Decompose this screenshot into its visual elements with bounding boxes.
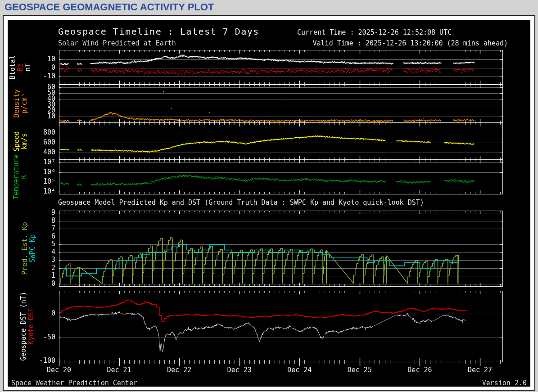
- x-tick-label: Dec 23: [227, 366, 252, 374]
- plot-window: Geospace Timeline : Latest 7 Days Curren…: [3, 15, 535, 391]
- plot-title: Geospace Timeline : Latest 7 Days: [58, 26, 259, 37]
- axis-label-line: Kyoto DST: [27, 292, 35, 361]
- axis-label-line: nT: [24, 55, 32, 79]
- axis-label-line: SWPC Kp: [29, 222, 36, 275]
- axis-label-line: Density: [13, 89, 21, 117]
- axis-label-line: Pred. Est. Kp: [21, 222, 29, 275]
- panel-axis-label-dst: Geospace DST (nT)Kyoto DST: [16, 291, 39, 362]
- panel-axis-label-speed: Speedkm/s: [9, 123, 32, 159]
- footer-credit: Space Weather Prediction Center: [11, 379, 137, 387]
- panel-axis-label-density: Densityp/cm³: [9, 85, 32, 122]
- x-tick-label: Dec 27: [468, 366, 492, 374]
- x-tick-label: Dec 26: [407, 366, 432, 374]
- x-tick-label: Dec 22: [167, 366, 191, 374]
- page-title: GEOSPACE GEOMAGNETIC ACTIVITY PLOT: [5, 1, 214, 13]
- x-tick-label: Dec 24: [287, 366, 312, 374]
- axis-label-line: Geospace DST (nT): [20, 292, 27, 361]
- section-title: Geospace Model Predicted Kp and DST (Gro…: [58, 198, 424, 207]
- axis-label-line: Bz: [17, 55, 24, 79]
- axis-label-line: p/cm³: [21, 89, 28, 117]
- axis-label-line: Speed: [13, 131, 21, 151]
- page-header: GEOSPACE GEOMAGNETIC ACTIVITY PLOT: [5, 1, 214, 15]
- panel-axis-label-bfield: BtotalBznT: [9, 50, 32, 84]
- x-tick-label: Dec 21: [107, 366, 131, 374]
- axis-label-line: Temperature: [13, 154, 20, 199]
- axis-label-line: km/s: [21, 131, 28, 151]
- x-tick-label: Dec 20: [47, 366, 71, 374]
- plot-area: Geospace Timeline : Latest 7 Days Curren…: [8, 20, 530, 387]
- panel-axis-label-kp: Pred. Est. KpSWPC Kp: [18, 211, 40, 286]
- axis-label-line: K: [20, 154, 28, 199]
- valid-time-text: Valid Time : 2025-12-26 13:20:00 (28 min…: [313, 39, 508, 47]
- panel-axis-label-temperature: TemperatureK: [9, 160, 32, 194]
- x-tick-label: Dec 25: [348, 366, 372, 374]
- axis-label-line: Btotal: [9, 55, 17, 79]
- plot-subtitle: Solar Wind Predicted at Earth: [58, 39, 176, 47]
- footer-version: Version 2.0: [482, 379, 527, 387]
- current-time-text: Current Time : 2025-12-26 12:52:08 UTC: [297, 28, 452, 36]
